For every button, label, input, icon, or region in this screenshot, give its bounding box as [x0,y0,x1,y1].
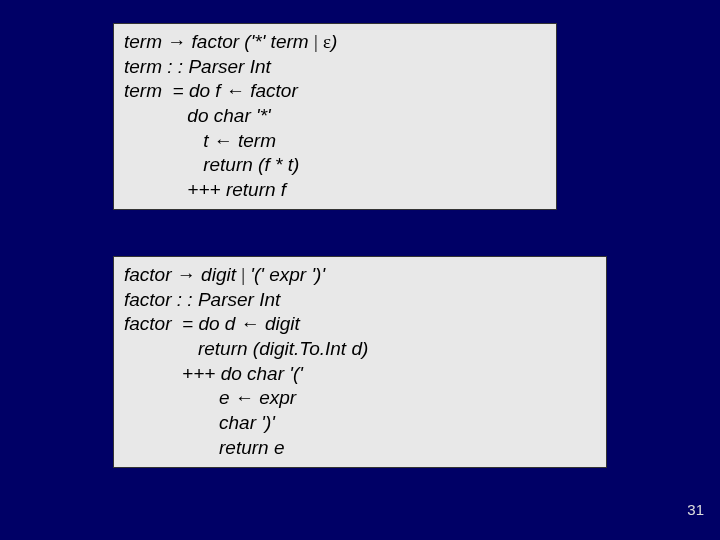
page-number: 31 [687,501,704,518]
factor-line7: char ')' [124,412,275,433]
term-line7: +++ return f [124,179,286,200]
code-box-term: term → factor ('*' term | ε) term : : Pa… [113,23,557,210]
term-line3-a: term = do f [124,80,226,101]
term-line5-b: term [233,130,276,151]
term-line5-a: t [124,130,214,151]
factor-line2: factor : : Parser Int [124,289,280,310]
arrow-icon: → [167,31,186,52]
factor-line1-c: '(' expr ')' [245,264,325,285]
epsilon-icon: ε [323,31,331,52]
factor-line8: return e [124,437,285,458]
term-line3-b: factor [245,80,298,101]
left-arrow-icon: ← [241,313,260,334]
arrow-icon: → [177,264,196,285]
factor-line5: +++ do char '(' [124,363,303,384]
term-line6: return (f * t) [124,154,299,175]
factor-line4: return (digit.To.Int d) [124,338,368,359]
factor-line6-a: e [124,387,235,408]
factor-line1-a: factor [124,264,177,285]
term-line1-b: factor ('*' term [186,31,314,52]
left-arrow-icon: ← [226,80,245,101]
term-line1-a: term [124,31,167,52]
left-arrow-icon: ← [235,387,254,408]
term-line1-d: ) [331,31,337,52]
code-box-factor: factor → digit | '(' expr ')' factor : :… [113,256,607,468]
left-arrow-icon: ← [214,130,233,151]
term-line4: do char '*' [124,105,271,126]
factor-line3-b: digit [260,313,300,334]
term-line2: term : : Parser Int [124,56,271,77]
factor-line3-a: factor = do d [124,313,241,334]
factor-line1-b: digit [196,264,241,285]
factor-line6-b: expr [254,387,296,408]
